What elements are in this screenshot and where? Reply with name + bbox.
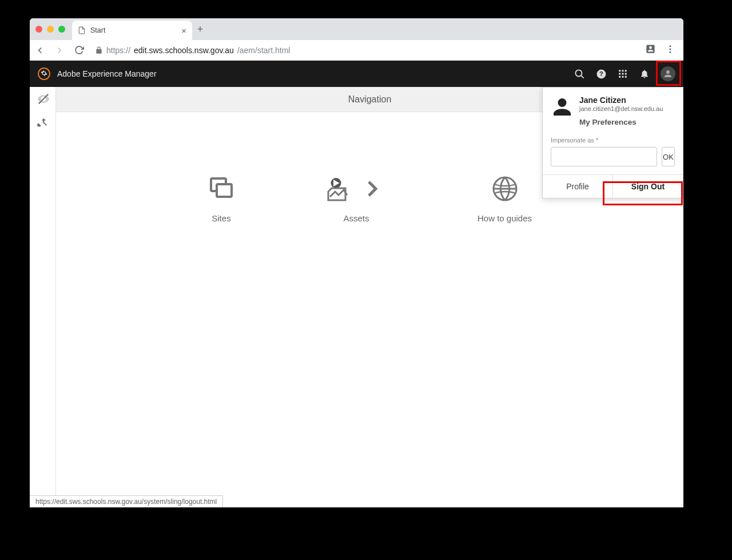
url-prefix: https:// bbox=[106, 46, 130, 55]
url-path: /aem/start.html bbox=[237, 46, 291, 55]
svg-rect-18 bbox=[217, 184, 232, 197]
svg-rect-12 bbox=[625, 73, 627, 75]
svg-text:?: ? bbox=[599, 70, 603, 77]
page-icon bbox=[78, 26, 86, 34]
aem-title: Adobe Experience Manager bbox=[57, 69, 157, 78]
sign-out-button[interactable]: Sign Out bbox=[612, 175, 683, 198]
profile-button[interactable]: Profile bbox=[543, 175, 612, 198]
impersonate-input[interactable] bbox=[551, 147, 657, 166]
back-button[interactable] bbox=[34, 45, 46, 56]
user-avatar-button[interactable] bbox=[661, 66, 675, 81]
aem-logo[interactable] bbox=[38, 67, 50, 80]
status-bar: https://edit.sws.schools.nsw.gov.au/syst… bbox=[30, 495, 223, 507]
impersonate-label: Impersonate as * bbox=[551, 137, 675, 144]
chevron-right-icon bbox=[359, 175, 386, 213]
svg-point-0 bbox=[670, 45, 671, 47]
aem-header: Adobe Experience Manager ? bbox=[30, 61, 683, 87]
minimize-window-button[interactable] bbox=[47, 26, 54, 33]
window-controls bbox=[35, 26, 65, 33]
browser-menu-button[interactable] bbox=[665, 44, 675, 57]
help-button[interactable]: ? bbox=[595, 68, 607, 80]
svg-rect-11 bbox=[622, 73, 624, 75]
svg-point-1 bbox=[670, 48, 671, 50]
tab-bar: Start × + bbox=[30, 18, 683, 40]
reload-button[interactable] bbox=[73, 45, 85, 56]
svg-rect-7 bbox=[619, 70, 620, 72]
close-window-button[interactable] bbox=[35, 26, 42, 33]
nav-item-sites[interactable]: Sites bbox=[208, 175, 235, 223]
url-field[interactable]: https://edit.sws.schools.nsw.gov.au/aem/… bbox=[93, 46, 637, 55]
svg-point-3 bbox=[575, 70, 582, 76]
svg-rect-14 bbox=[622, 76, 624, 78]
profile-avatar-icon bbox=[551, 96, 574, 118]
solutions-button[interactable] bbox=[617, 68, 628, 80]
assets-icon bbox=[327, 176, 354, 204]
svg-point-2 bbox=[670, 51, 671, 53]
tab-title: Start bbox=[90, 26, 177, 34]
svg-rect-8 bbox=[622, 70, 624, 72]
user-popover: Jane Citizen jane.citizen1@det.nsw.edu.a… bbox=[542, 87, 683, 198]
nav-item-label: How to guides bbox=[478, 213, 532, 223]
nav-item-how-to-guides[interactable]: How to guides bbox=[478, 175, 532, 223]
nav-item-label: Assets bbox=[327, 213, 386, 223]
new-tab-button[interactable]: + bbox=[192, 23, 208, 35]
svg-rect-9 bbox=[625, 70, 627, 72]
forward-button[interactable] bbox=[54, 45, 65, 56]
left-rail bbox=[30, 87, 56, 507]
my-preferences-link[interactable]: My Preferences bbox=[579, 118, 663, 126]
maximize-window-button[interactable] bbox=[58, 26, 65, 33]
svg-line-4 bbox=[580, 75, 583, 78]
svg-rect-13 bbox=[619, 76, 620, 78]
user-name: Jane Citizen bbox=[579, 96, 663, 105]
navigation-icon[interactable] bbox=[37, 93, 49, 104]
browser-tab[interactable]: Start × bbox=[72, 21, 192, 40]
search-button[interactable] bbox=[574, 68, 585, 80]
svg-rect-15 bbox=[625, 76, 627, 78]
nav-item-assets[interactable]: Assets bbox=[327, 175, 386, 223]
sites-icon bbox=[208, 175, 235, 202]
url-domain: edit.sws.schools.nsw.gov.au bbox=[134, 46, 234, 55]
content-area: Navigation Sites bbox=[30, 87, 683, 507]
browser-window: Start × + https://edit.sws.schools.nsw.g… bbox=[30, 18, 683, 507]
lock-icon bbox=[95, 46, 103, 54]
account-icon[interactable] bbox=[645, 43, 656, 57]
nav-item-label: Sites bbox=[208, 213, 235, 223]
close-tab-button[interactable]: × bbox=[181, 26, 186, 35]
address-bar: https://edit.sws.schools.nsw.gov.au/aem/… bbox=[30, 40, 683, 61]
notifications-button[interactable] bbox=[639, 68, 650, 80]
gear-icon bbox=[41, 69, 47, 79]
user-email: jane.citizen1@det.nsw.edu.au bbox=[579, 105, 663, 112]
svg-rect-10 bbox=[619, 73, 620, 75]
tools-icon[interactable] bbox=[37, 117, 49, 128]
impersonate-ok-button[interactable]: OK bbox=[662, 147, 675, 166]
globe-icon bbox=[491, 175, 519, 202]
